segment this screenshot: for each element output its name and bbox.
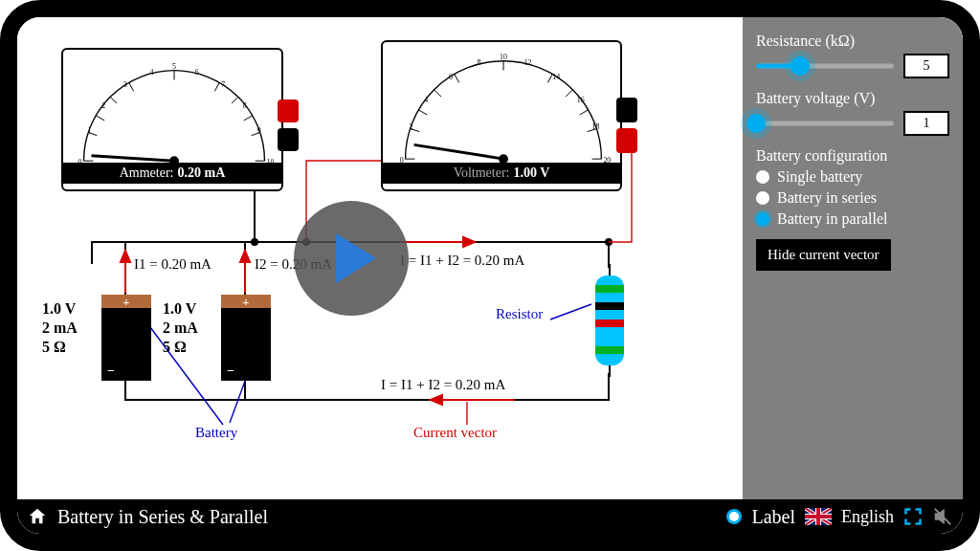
radio-single-battery[interactable]: Single battery	[756, 168, 949, 186]
resistance-value[interactable]: 5	[903, 54, 949, 78]
resistance-slider[interactable]	[756, 58, 894, 74]
voltage-label: Battery voltage (V)	[756, 90, 949, 107]
svg-text:3: 3	[123, 80, 127, 89]
svg-line-19	[232, 97, 238, 103]
svg-text:4: 4	[149, 68, 153, 77]
svg-marker-6	[240, 251, 250, 262]
svg-rect-66	[595, 302, 624, 310]
i-sum-bottom: I = I1 + I2 = 0.20 mA	[381, 377, 505, 393]
batt1-voltage: 1.0 V	[42, 300, 76, 318]
svg-text:8: 8	[477, 58, 480, 67]
svg-text:4: 4	[424, 96, 428, 104]
svg-line-41	[580, 110, 589, 115]
svg-text:6: 6	[195, 68, 199, 77]
battery-2: +−	[221, 306, 271, 381]
radio-series-label: Battery in series	[777, 189, 877, 207]
svg-rect-74	[805, 515, 832, 518]
voltage-slider[interactable]	[756, 116, 894, 131]
batt1-current: 2 mA	[42, 320, 78, 337]
svg-line-45	[566, 89, 573, 97]
svg-marker-4	[121, 251, 130, 262]
svg-line-14	[96, 116, 104, 121]
svg-line-40	[418, 110, 427, 115]
home-icon[interactable]	[27, 506, 48, 527]
voltage-value[interactable]: 1	[903, 111, 949, 136]
i1-label: I1 = 0.20 mA	[134, 256, 212, 273]
voltmeter: 02 46 810 1214 1618 20	[381, 40, 622, 191]
controls-panel: Resistance (kΩ) 5 Battery voltage (V) 1	[743, 17, 963, 499]
svg-marker-10	[431, 395, 442, 405]
radio-parallel-label: Battery in parallel	[777, 210, 888, 228]
sound-icon[interactable]	[932, 506, 953, 527]
voltmeter-value: 1.00 V	[513, 165, 549, 181]
svg-rect-62	[616, 128, 637, 153]
svg-marker-8	[463, 237, 475, 247]
batt2-voltage: 1.0 V	[163, 300, 196, 318]
radio-battery-parallel[interactable]: Battery in parallel	[756, 210, 949, 228]
resistor-label: Resistor	[496, 306, 543, 322]
svg-rect-67	[595, 320, 624, 327]
language-label[interactable]: English	[841, 507, 894, 527]
svg-line-15	[244, 116, 253, 121]
svg-text:18: 18	[592, 122, 600, 131]
svg-line-42	[455, 74, 459, 82]
svg-rect-36	[278, 128, 299, 151]
svg-rect-61	[616, 98, 637, 122]
svg-line-44	[434, 89, 441, 97]
footer-bar: Battery in Series & Parallel Label Engli…	[17, 499, 963, 534]
config-label: Battery configuration	[756, 147, 949, 165]
ammeter: 01 23 45 67 89 10	[61, 48, 283, 191]
svg-text:16: 16	[577, 96, 585, 104]
play-button[interactable]	[294, 201, 409, 316]
circuit-canvas: 01 23 45 67 89 10	[17, 17, 743, 499]
svg-line-17	[214, 82, 219, 91]
svg-text:5: 5	[172, 62, 176, 71]
resistor	[590, 264, 630, 381]
svg-text:9: 9	[257, 126, 261, 135]
svg-line-18	[110, 97, 117, 103]
label-toggle[interactable]	[726, 509, 742, 524]
resistance-label: Resistance (kΩ)	[756, 33, 949, 50]
svg-line-59	[414, 144, 503, 159]
svg-text:6: 6	[449, 73, 453, 81]
play-icon	[336, 233, 376, 283]
svg-text:2: 2	[101, 101, 105, 110]
svg-text:8: 8	[243, 101, 247, 110]
label-toggle-text: Label	[751, 506, 795, 528]
radio-single-label: Single battery	[777, 168, 862, 186]
footer-title: Battery in Series & Parallel	[57, 506, 268, 528]
batt1-resistance: 5 Ω	[42, 339, 66, 356]
i-sum-top: I = I1 + I2 = 0.20 mA	[400, 253, 524, 269]
battery-1: +−	[101, 306, 151, 381]
svg-text:10: 10	[500, 53, 507, 61]
voltmeter-label: Voltmeter:	[454, 165, 510, 181]
ammeter-value: 0.20 mA	[177, 165, 225, 181]
ammeter-label: Ammeter:	[120, 165, 174, 181]
svg-rect-35	[278, 99, 299, 122]
svg-text:7: 7	[221, 80, 225, 89]
svg-text:14: 14	[552, 73, 560, 81]
fullscreen-icon[interactable]	[903, 507, 923, 526]
radio-battery-series[interactable]: Battery in series	[756, 189, 949, 207]
svg-point-0	[251, 238, 258, 246]
svg-text:12: 12	[524, 58, 532, 67]
batt2-current: 2 mA	[163, 320, 198, 337]
batt2-resistance: 5 Ω	[163, 339, 187, 356]
svg-rect-65	[595, 285, 624, 293]
uk-flag-icon[interactable]	[805, 508, 832, 525]
svg-text:1: 1	[87, 126, 91, 135]
svg-rect-68	[595, 346, 624, 354]
battery-label: Battery	[195, 425, 237, 441]
svg-text:2: 2	[409, 122, 412, 131]
svg-line-33	[92, 156, 174, 161]
svg-line-16	[129, 82, 134, 91]
current-vector-label: Current vector	[413, 425, 497, 441]
hide-vector-button[interactable]: Hide current vector	[756, 239, 891, 271]
